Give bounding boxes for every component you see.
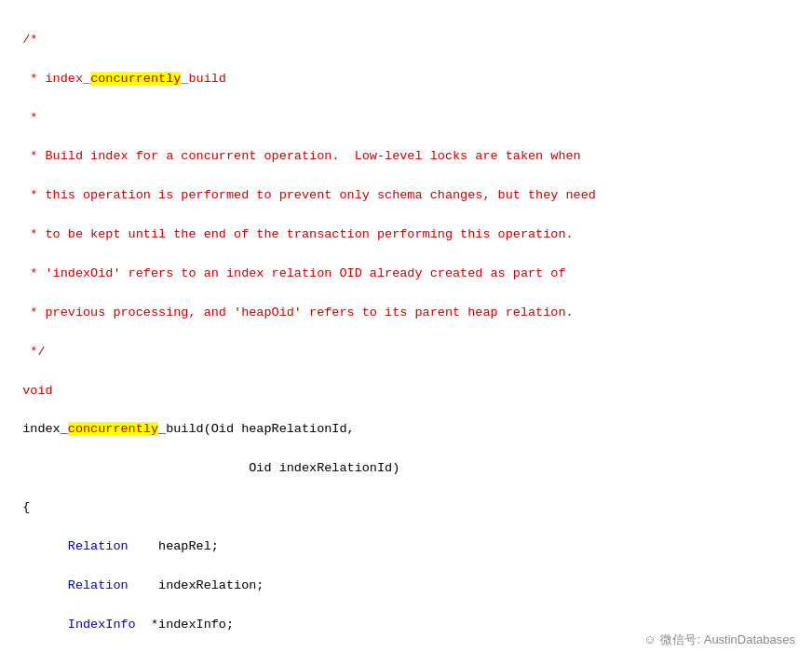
highlight-concurrently-2: concurrently [68,422,158,436]
code-line-12: Oid indexRelationId) [22,461,399,475]
code-line-15: Relation indexRelation; [22,578,264,592]
code-line-14: Relation heapRel; [22,539,219,553]
code-line-3: * [22,111,37,125]
code-line-1: /* [22,33,37,47]
highlight-concurrently-1: concurrently [90,72,181,86]
code-line-7: * 'indexOid' refers to an index relation… [22,266,565,280]
code-line-5: * this operation is performed to prevent… [22,188,596,202]
watermark: ☺ 微信号: AustinDatabases [643,631,795,649]
code-line-2: * index_concurrently_build [22,72,226,86]
watermark-icon: ☺ [643,631,656,649]
code-line-9: */ [22,345,45,359]
code-block: /* * index_concurrently_build * * Build … [0,7,812,666]
watermark-text: 微信号: AustinDatabases [660,631,795,649]
code-line-10: void [22,384,52,398]
code-line-4: * Build index for a concurrent operation… [22,149,581,163]
code-line-13: { [22,500,30,514]
code-line-11: index_concurrently_build(Oid heapRelatio… [22,422,354,436]
code-line-16: IndexInfo *indexInfo; [22,618,234,632]
code-line-6: * to be kept until the end of the transa… [22,227,573,241]
code-line-8: * previous processing, and 'heapOid' ref… [22,306,573,319]
